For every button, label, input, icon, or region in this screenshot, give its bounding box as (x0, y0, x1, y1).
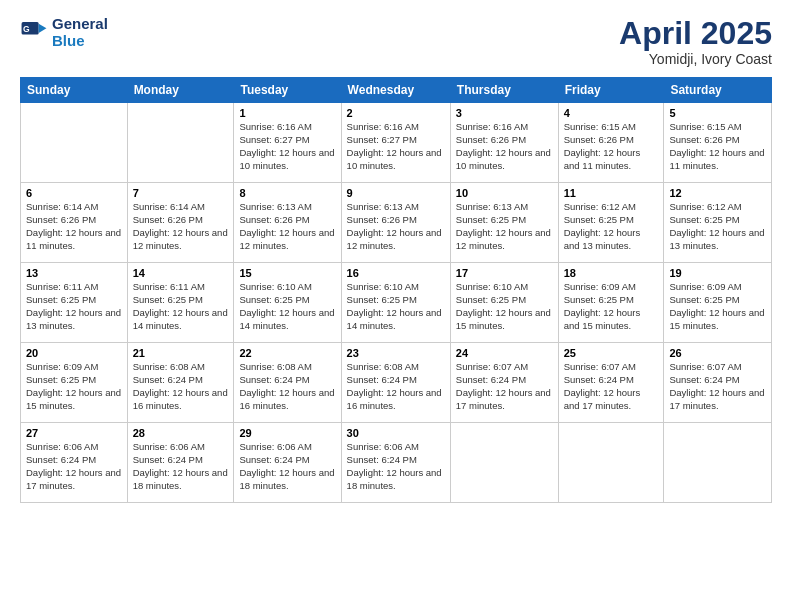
weekday-header-wednesday: Wednesday (341, 78, 450, 103)
day-number: 19 (669, 267, 766, 279)
day-number: 2 (347, 107, 445, 119)
day-number: 18 (564, 267, 659, 279)
day-number: 21 (133, 347, 229, 359)
day-number: 27 (26, 427, 122, 439)
day-info: Sunrise: 6:07 AM Sunset: 6:24 PM Dayligh… (669, 361, 766, 412)
day-number: 9 (347, 187, 445, 199)
calendar-cell: 27Sunrise: 6:06 AM Sunset: 6:24 PM Dayli… (21, 423, 128, 503)
calendar-cell: 16Sunrise: 6:10 AM Sunset: 6:25 PM Dayli… (341, 263, 450, 343)
day-info: Sunrise: 6:06 AM Sunset: 6:24 PM Dayligh… (133, 441, 229, 492)
day-number: 15 (239, 267, 335, 279)
day-number: 1 (239, 107, 335, 119)
day-info: Sunrise: 6:12 AM Sunset: 6:25 PM Dayligh… (669, 201, 766, 252)
day-info: Sunrise: 6:07 AM Sunset: 6:24 PM Dayligh… (564, 361, 659, 412)
header: G General Blue April 2025 Yomidji, Ivory… (20, 16, 772, 67)
calendar-cell: 21Sunrise: 6:08 AM Sunset: 6:24 PM Dayli… (127, 343, 234, 423)
calendar-cell: 5Sunrise: 6:15 AM Sunset: 6:26 PM Daylig… (664, 103, 772, 183)
day-info: Sunrise: 6:16 AM Sunset: 6:27 PM Dayligh… (347, 121, 445, 172)
weekday-header-monday: Monday (127, 78, 234, 103)
day-info: Sunrise: 6:06 AM Sunset: 6:24 PM Dayligh… (26, 441, 122, 492)
calendar-cell: 9Sunrise: 6:13 AM Sunset: 6:26 PM Daylig… (341, 183, 450, 263)
title-block: April 2025 Yomidji, Ivory Coast (619, 16, 772, 67)
weekday-header-thursday: Thursday (450, 78, 558, 103)
calendar-cell: 26Sunrise: 6:07 AM Sunset: 6:24 PM Dayli… (664, 343, 772, 423)
calendar-page: G General Blue April 2025 Yomidji, Ivory… (0, 0, 792, 612)
day-info: Sunrise: 6:16 AM Sunset: 6:26 PM Dayligh… (456, 121, 553, 172)
weekday-header-saturday: Saturday (664, 78, 772, 103)
month-title: April 2025 (619, 16, 772, 51)
weekday-header-row: SundayMondayTuesdayWednesdayThursdayFrid… (21, 78, 772, 103)
svg-text:G: G (23, 24, 30, 34)
calendar-table: SundayMondayTuesdayWednesdayThursdayFrid… (20, 77, 772, 503)
weekday-header-tuesday: Tuesday (234, 78, 341, 103)
calendar-cell: 12Sunrise: 6:12 AM Sunset: 6:25 PM Dayli… (664, 183, 772, 263)
calendar-cell (127, 103, 234, 183)
day-info: Sunrise: 6:06 AM Sunset: 6:24 PM Dayligh… (239, 441, 335, 492)
weekday-header-sunday: Sunday (21, 78, 128, 103)
calendar-cell: 4Sunrise: 6:15 AM Sunset: 6:26 PM Daylig… (558, 103, 664, 183)
logo-line2: Blue (52, 33, 108, 50)
day-number: 29 (239, 427, 335, 439)
day-number: 4 (564, 107, 659, 119)
day-info: Sunrise: 6:08 AM Sunset: 6:24 PM Dayligh… (239, 361, 335, 412)
calendar-week-4: 20Sunrise: 6:09 AM Sunset: 6:25 PM Dayli… (21, 343, 772, 423)
calendar-cell: 19Sunrise: 6:09 AM Sunset: 6:25 PM Dayli… (664, 263, 772, 343)
calendar-cell: 8Sunrise: 6:13 AM Sunset: 6:26 PM Daylig… (234, 183, 341, 263)
day-number: 23 (347, 347, 445, 359)
day-info: Sunrise: 6:07 AM Sunset: 6:24 PM Dayligh… (456, 361, 553, 412)
calendar-cell: 25Sunrise: 6:07 AM Sunset: 6:24 PM Dayli… (558, 343, 664, 423)
day-info: Sunrise: 6:09 AM Sunset: 6:25 PM Dayligh… (669, 281, 766, 332)
day-info: Sunrise: 6:06 AM Sunset: 6:24 PM Dayligh… (347, 441, 445, 492)
day-info: Sunrise: 6:15 AM Sunset: 6:26 PM Dayligh… (669, 121, 766, 172)
calendar-cell (21, 103, 128, 183)
day-number: 24 (456, 347, 553, 359)
day-info: Sunrise: 6:14 AM Sunset: 6:26 PM Dayligh… (26, 201, 122, 252)
calendar-cell: 1Sunrise: 6:16 AM Sunset: 6:27 PM Daylig… (234, 103, 341, 183)
day-info: Sunrise: 6:09 AM Sunset: 6:25 PM Dayligh… (26, 361, 122, 412)
calendar-cell: 2Sunrise: 6:16 AM Sunset: 6:27 PM Daylig… (341, 103, 450, 183)
calendar-week-2: 6Sunrise: 6:14 AM Sunset: 6:26 PM Daylig… (21, 183, 772, 263)
calendar-cell: 18Sunrise: 6:09 AM Sunset: 6:25 PM Dayli… (558, 263, 664, 343)
day-info: Sunrise: 6:15 AM Sunset: 6:26 PM Dayligh… (564, 121, 659, 172)
day-info: Sunrise: 6:16 AM Sunset: 6:27 PM Dayligh… (239, 121, 335, 172)
day-number: 25 (564, 347, 659, 359)
svg-marker-2 (39, 23, 47, 32)
day-info: Sunrise: 6:13 AM Sunset: 6:26 PM Dayligh… (347, 201, 445, 252)
calendar-cell: 13Sunrise: 6:11 AM Sunset: 6:25 PM Dayli… (21, 263, 128, 343)
day-info: Sunrise: 6:12 AM Sunset: 6:25 PM Dayligh… (564, 201, 659, 252)
logo-icon: G (20, 19, 48, 47)
day-info: Sunrise: 6:13 AM Sunset: 6:26 PM Dayligh… (239, 201, 335, 252)
calendar-cell: 28Sunrise: 6:06 AM Sunset: 6:24 PM Dayli… (127, 423, 234, 503)
calendar-cell: 7Sunrise: 6:14 AM Sunset: 6:26 PM Daylig… (127, 183, 234, 263)
calendar-cell: 15Sunrise: 6:10 AM Sunset: 6:25 PM Dayli… (234, 263, 341, 343)
day-info: Sunrise: 6:13 AM Sunset: 6:25 PM Dayligh… (456, 201, 553, 252)
calendar-cell: 11Sunrise: 6:12 AM Sunset: 6:25 PM Dayli… (558, 183, 664, 263)
calendar-week-5: 27Sunrise: 6:06 AM Sunset: 6:24 PM Dayli… (21, 423, 772, 503)
day-number: 11 (564, 187, 659, 199)
calendar-cell: 10Sunrise: 6:13 AM Sunset: 6:25 PM Dayli… (450, 183, 558, 263)
day-number: 10 (456, 187, 553, 199)
day-number: 6 (26, 187, 122, 199)
calendar-cell: 24Sunrise: 6:07 AM Sunset: 6:24 PM Dayli… (450, 343, 558, 423)
day-number: 26 (669, 347, 766, 359)
calendar-week-1: 1Sunrise: 6:16 AM Sunset: 6:27 PM Daylig… (21, 103, 772, 183)
day-number: 5 (669, 107, 766, 119)
calendar-cell: 22Sunrise: 6:08 AM Sunset: 6:24 PM Dayli… (234, 343, 341, 423)
calendar-cell (558, 423, 664, 503)
location-title: Yomidji, Ivory Coast (619, 51, 772, 67)
day-number: 7 (133, 187, 229, 199)
calendar-week-3: 13Sunrise: 6:11 AM Sunset: 6:25 PM Dayli… (21, 263, 772, 343)
day-number: 30 (347, 427, 445, 439)
day-info: Sunrise: 6:10 AM Sunset: 6:25 PM Dayligh… (456, 281, 553, 332)
calendar-cell (450, 423, 558, 503)
calendar-cell: 3Sunrise: 6:16 AM Sunset: 6:26 PM Daylig… (450, 103, 558, 183)
calendar-cell: 30Sunrise: 6:06 AM Sunset: 6:24 PM Dayli… (341, 423, 450, 503)
day-info: Sunrise: 6:10 AM Sunset: 6:25 PM Dayligh… (239, 281, 335, 332)
day-number: 28 (133, 427, 229, 439)
day-info: Sunrise: 6:11 AM Sunset: 6:25 PM Dayligh… (133, 281, 229, 332)
logo-line1: General (52, 16, 108, 33)
weekday-header-friday: Friday (558, 78, 664, 103)
calendar-cell: 17Sunrise: 6:10 AM Sunset: 6:25 PM Dayli… (450, 263, 558, 343)
calendar-cell: 29Sunrise: 6:06 AM Sunset: 6:24 PM Dayli… (234, 423, 341, 503)
day-info: Sunrise: 6:11 AM Sunset: 6:25 PM Dayligh… (26, 281, 122, 332)
